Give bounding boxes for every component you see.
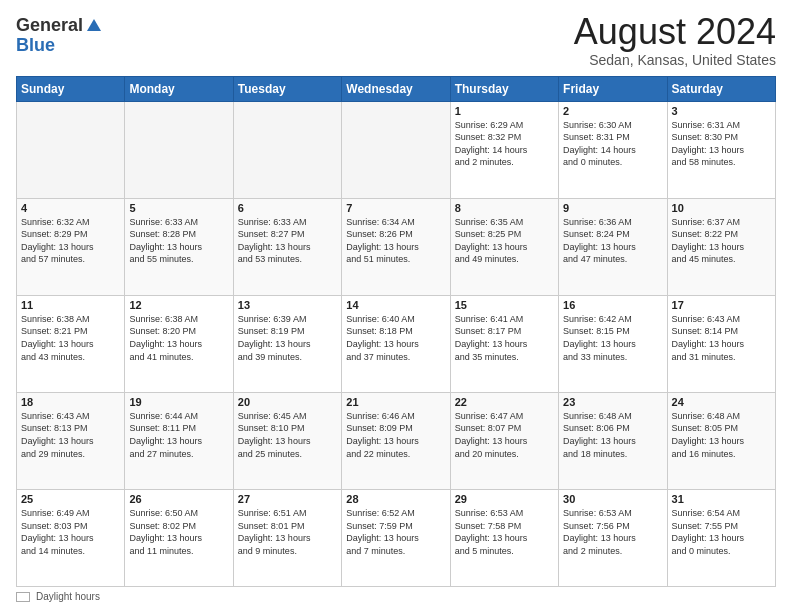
day-info: Sunrise: 6:43 AMSunset: 8:13 PMDaylight:… (21, 410, 120, 460)
calendar-cell: 14Sunrise: 6:40 AMSunset: 8:18 PMDayligh… (342, 295, 450, 392)
calendar-cell: 30Sunrise: 6:53 AMSunset: 7:56 PMDayligh… (559, 489, 667, 586)
calendar-cell: 16Sunrise: 6:42 AMSunset: 8:15 PMDayligh… (559, 295, 667, 392)
day-number: 17 (672, 299, 771, 311)
calendar-cell: 2Sunrise: 6:30 AMSunset: 8:31 PMDaylight… (559, 101, 667, 198)
day-number: 23 (563, 396, 662, 408)
day-info: Sunrise: 6:31 AMSunset: 8:30 PMDaylight:… (672, 119, 771, 169)
calendar-cell: 8Sunrise: 6:35 AMSunset: 8:25 PMDaylight… (450, 198, 558, 295)
calendar-cell: 1Sunrise: 6:29 AMSunset: 8:32 PMDaylight… (450, 101, 558, 198)
header: General Blue August 2024 Sedan, Kansas, … (16, 12, 776, 68)
day-info: Sunrise: 6:52 AMSunset: 7:59 PMDaylight:… (346, 507, 445, 557)
svg-marker-0 (87, 19, 101, 31)
day-number: 24 (672, 396, 771, 408)
calendar-cell: 31Sunrise: 6:54 AMSunset: 7:55 PMDayligh… (667, 489, 775, 586)
day-number: 6 (238, 202, 337, 214)
day-number: 19 (129, 396, 228, 408)
calendar-cell (125, 101, 233, 198)
calendar-cell: 4Sunrise: 6:32 AMSunset: 8:29 PMDaylight… (17, 198, 125, 295)
day-info: Sunrise: 6:30 AMSunset: 8:31 PMDaylight:… (563, 119, 662, 169)
weekday-header: Wednesday (342, 76, 450, 101)
day-info: Sunrise: 6:33 AMSunset: 8:28 PMDaylight:… (129, 216, 228, 266)
day-info: Sunrise: 6:38 AMSunset: 8:21 PMDaylight:… (21, 313, 120, 363)
day-number: 21 (346, 396, 445, 408)
day-info: Sunrise: 6:53 AMSunset: 7:56 PMDaylight:… (563, 507, 662, 557)
calendar-cell: 13Sunrise: 6:39 AMSunset: 8:19 PMDayligh… (233, 295, 341, 392)
day-info: Sunrise: 6:49 AMSunset: 8:03 PMDaylight:… (21, 507, 120, 557)
calendar: SundayMondayTuesdayWednesdayThursdayFrid… (16, 76, 776, 587)
calendar-cell: 24Sunrise: 6:48 AMSunset: 8:05 PMDayligh… (667, 392, 775, 489)
daylight-label: Daylight hours (36, 591, 100, 602)
calendar-cell: 10Sunrise: 6:37 AMSunset: 8:22 PMDayligh… (667, 198, 775, 295)
day-info: Sunrise: 6:48 AMSunset: 8:06 PMDaylight:… (563, 410, 662, 460)
calendar-cell: 3Sunrise: 6:31 AMSunset: 8:30 PMDaylight… (667, 101, 775, 198)
logo-icon (85, 17, 103, 35)
location: Sedan, Kansas, United States (574, 52, 776, 68)
calendar-cell: 6Sunrise: 6:33 AMSunset: 8:27 PMDaylight… (233, 198, 341, 295)
day-info: Sunrise: 6:41 AMSunset: 8:17 PMDaylight:… (455, 313, 554, 363)
day-number: 8 (455, 202, 554, 214)
page: General Blue August 2024 Sedan, Kansas, … (0, 0, 792, 612)
weekday-header: Friday (559, 76, 667, 101)
calendar-cell: 23Sunrise: 6:48 AMSunset: 8:06 PMDayligh… (559, 392, 667, 489)
logo: General Blue (16, 16, 103, 56)
calendar-cell (342, 101, 450, 198)
calendar-cell: 7Sunrise: 6:34 AMSunset: 8:26 PMDaylight… (342, 198, 450, 295)
day-info: Sunrise: 6:47 AMSunset: 8:07 PMDaylight:… (455, 410, 554, 460)
day-info: Sunrise: 6:35 AMSunset: 8:25 PMDaylight:… (455, 216, 554, 266)
logo-general-text: General (16, 16, 83, 36)
day-info: Sunrise: 6:44 AMSunset: 8:11 PMDaylight:… (129, 410, 228, 460)
calendar-cell: 18Sunrise: 6:43 AMSunset: 8:13 PMDayligh… (17, 392, 125, 489)
day-number: 7 (346, 202, 445, 214)
calendar-cell: 26Sunrise: 6:50 AMSunset: 8:02 PMDayligh… (125, 489, 233, 586)
weekday-header: Sunday (17, 76, 125, 101)
day-number: 26 (129, 493, 228, 505)
day-number: 15 (455, 299, 554, 311)
day-info: Sunrise: 6:38 AMSunset: 8:20 PMDaylight:… (129, 313, 228, 363)
calendar-cell: 20Sunrise: 6:45 AMSunset: 8:10 PMDayligh… (233, 392, 341, 489)
day-info: Sunrise: 6:37 AMSunset: 8:22 PMDaylight:… (672, 216, 771, 266)
calendar-cell (233, 101, 341, 198)
day-info: Sunrise: 6:54 AMSunset: 7:55 PMDaylight:… (672, 507, 771, 557)
day-number: 20 (238, 396, 337, 408)
day-number: 11 (21, 299, 120, 311)
calendar-cell: 25Sunrise: 6:49 AMSunset: 8:03 PMDayligh… (17, 489, 125, 586)
calendar-cell: 11Sunrise: 6:38 AMSunset: 8:21 PMDayligh… (17, 295, 125, 392)
day-number: 3 (672, 105, 771, 117)
day-info: Sunrise: 6:48 AMSunset: 8:05 PMDaylight:… (672, 410, 771, 460)
day-number: 30 (563, 493, 662, 505)
day-number: 22 (455, 396, 554, 408)
day-number: 9 (563, 202, 662, 214)
day-info: Sunrise: 6:46 AMSunset: 8:09 PMDaylight:… (346, 410, 445, 460)
day-info: Sunrise: 6:29 AMSunset: 8:32 PMDaylight:… (455, 119, 554, 169)
weekday-header: Saturday (667, 76, 775, 101)
day-number: 12 (129, 299, 228, 311)
day-info: Sunrise: 6:34 AMSunset: 8:26 PMDaylight:… (346, 216, 445, 266)
calendar-cell: 17Sunrise: 6:43 AMSunset: 8:14 PMDayligh… (667, 295, 775, 392)
logo-blue-text: Blue (16, 36, 103, 56)
day-number: 29 (455, 493, 554, 505)
day-number: 5 (129, 202, 228, 214)
day-number: 25 (21, 493, 120, 505)
footer: Daylight hours (16, 591, 776, 602)
day-number: 4 (21, 202, 120, 214)
calendar-cell: 12Sunrise: 6:38 AMSunset: 8:20 PMDayligh… (125, 295, 233, 392)
day-number: 10 (672, 202, 771, 214)
weekday-header: Thursday (450, 76, 558, 101)
day-info: Sunrise: 6:53 AMSunset: 7:58 PMDaylight:… (455, 507, 554, 557)
calendar-cell: 21Sunrise: 6:46 AMSunset: 8:09 PMDayligh… (342, 392, 450, 489)
day-number: 18 (21, 396, 120, 408)
daylight-box (16, 592, 30, 602)
day-info: Sunrise: 6:51 AMSunset: 8:01 PMDaylight:… (238, 507, 337, 557)
day-info: Sunrise: 6:36 AMSunset: 8:24 PMDaylight:… (563, 216, 662, 266)
day-info: Sunrise: 6:39 AMSunset: 8:19 PMDaylight:… (238, 313, 337, 363)
calendar-cell: 5Sunrise: 6:33 AMSunset: 8:28 PMDaylight… (125, 198, 233, 295)
calendar-cell: 19Sunrise: 6:44 AMSunset: 8:11 PMDayligh… (125, 392, 233, 489)
calendar-cell (17, 101, 125, 198)
day-info: Sunrise: 6:45 AMSunset: 8:10 PMDaylight:… (238, 410, 337, 460)
day-number: 1 (455, 105, 554, 117)
calendar-cell: 15Sunrise: 6:41 AMSunset: 8:17 PMDayligh… (450, 295, 558, 392)
month-title: August 2024 (574, 12, 776, 52)
day-number: 31 (672, 493, 771, 505)
day-number: 13 (238, 299, 337, 311)
weekday-header: Monday (125, 76, 233, 101)
